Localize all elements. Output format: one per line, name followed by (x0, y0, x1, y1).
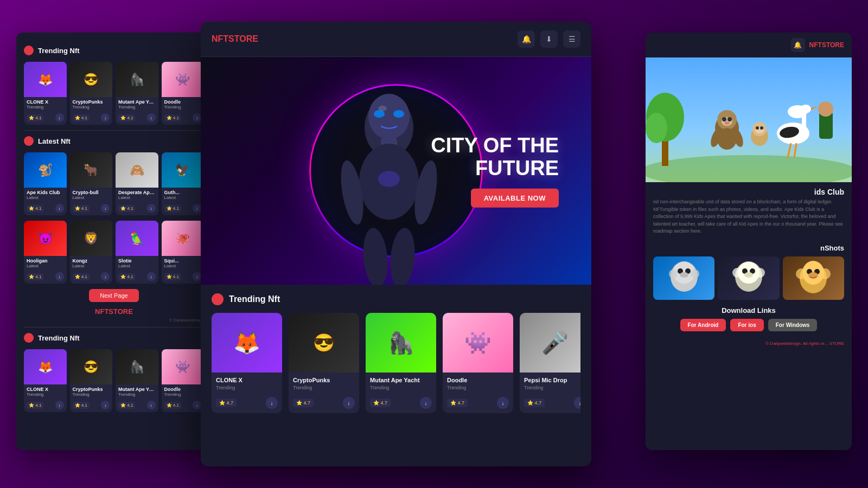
svg-point-7 (388, 227, 417, 285)
svg-point-6 (361, 227, 390, 285)
svg-point-45 (680, 272, 688, 278)
r-screenshots-title: nShots (646, 241, 852, 256)
center-panel: NFTSTORE 🔔 ⬇ ☰ (201, 22, 591, 466)
trending2-section-header: Trending Nft (24, 333, 204, 343)
list-item: 👾 DoodleTrending ⭐ 4.1↓ (162, 62, 205, 125)
list-item: 🦊 CLONE XTrending ⭐ 4.1↓ (24, 62, 67, 125)
list-item: 🦊 CLONE X Trending ⭐ 4.7 ↓ (212, 313, 282, 413)
trending-dot (24, 46, 34, 55)
list-item: 🎤 Pepsi Mic Drop Trending ⭐ 4.7 ↓ (520, 313, 580, 413)
r-collection-title: ids Club (646, 182, 852, 198)
list-item: 🦊 CLONE XTrending ⭐ 4.1↓ (24, 349, 67, 412)
latest-section-header: Latest Nft (24, 136, 204, 146)
r-brand: NFTSTORE (809, 41, 844, 49)
download-button[interactable]: ⬇ (540, 30, 558, 48)
svg-point-54 (755, 268, 765, 278)
latest-dot (24, 136, 34, 146)
trending-grid: 🦊 CLONE XTrending ⭐ 4.1↓ 😎 CryptoPunksTr… (24, 62, 204, 125)
right-hero-svg (646, 57, 852, 182)
r-notification-icon[interactable]: 🔔 (791, 38, 805, 52)
latest-grid-row1: 🐒 Ape Kids ClubLatest ⭐ 4.1↓ 🐂 Crypto-bu… (24, 152, 204, 215)
next-page-button[interactable]: Next Page (89, 289, 138, 302)
list-item: 🐙 Squi...Latest ⭐ 4.1↓ (162, 221, 205, 284)
topbar-icons: 🔔 ⬇ ☰ (518, 30, 580, 48)
svg-point-47 (691, 269, 699, 278)
list-item: 😎 CryptoPunksTrending ⭐ 4.1↓ (70, 349, 113, 412)
screenshot-item (718, 256, 779, 300)
right-hero-image (646, 57, 852, 182)
hero-banner: CITY OF THE FUTURE AVAILABLE NOW (201, 57, 591, 285)
trending-title: Trending Nft (38, 47, 80, 55)
svg-point-8 (374, 110, 385, 118)
svg-point-11 (378, 106, 387, 111)
svg-point-46 (669, 269, 678, 278)
list-item: 🐒 Ape Kids ClubLatest ⭐ 4.1↓ (24, 152, 67, 215)
list-item: 👾 DoodleTrending ⭐ 4.1↓ (162, 349, 205, 412)
screenshot-item (653, 256, 714, 300)
list-item: 🦍 Mutant Ape YachtTrending ⭐ 4.1↓ (116, 349, 158, 412)
android-download-button[interactable]: For Android (680, 319, 726, 331)
latest-grid-row2: 😈 HooliganLatest ⭐ 4.1↓ 🦁 KongzLatest ⭐ … (24, 221, 204, 284)
svg-point-53 (732, 268, 742, 278)
svg-point-9 (393, 110, 404, 118)
list-item: 🦍 Mutant Ape YachtTrending ⭐ 4.1↓ (116, 62, 158, 125)
svg-point-1 (368, 94, 410, 139)
list-item: 🦜 SlotieLatest ⭐ 4.1↓ (116, 221, 158, 284)
svg-point-38 (760, 126, 763, 130)
trending-section: Trending Nft 🦊 CLONE X Trending ⭐ 4.7 ↓ … (201, 285, 591, 422)
svg-point-60 (796, 268, 807, 279)
hero-text-area: CITY OF THE FUTURE AVAILABLE NOW (431, 134, 559, 208)
trending-section-title: Trending Nft (229, 294, 280, 304)
trending2-grid: 🦊 CLONE XTrending ⭐ 4.1↓ 😎 CryptoPunksTr… (24, 349, 204, 412)
svg-point-52 (744, 272, 753, 278)
available-now-button[interactable]: AVAILABLE NOW (471, 188, 559, 207)
brand-logo-small: NFTSTORE (24, 307, 204, 316)
list-item: 😎 CryptoPunks Trending ⭐ 4.7 ↓ (289, 313, 359, 413)
r-screenshots-grid (646, 256, 852, 306)
center-topbar: NFTSTORE 🔔 ⬇ ☰ (201, 22, 591, 57)
svg-point-37 (756, 126, 759, 130)
r-collection-desc: nd non-interchangeable unit of data stor… (646, 198, 852, 241)
list-item: 🦍 Mutant Ape Yacht Trending ⭐ 4.7 ↓ (366, 313, 436, 413)
svg-point-18 (800, 105, 811, 113)
trending2-title: Trending Nft (38, 334, 80, 342)
right-footer: © Dailywebdesign. All rights re... STORE (646, 338, 852, 349)
list-item: 😈 HooliganLatest ⭐ 4.1↓ (24, 221, 67, 284)
download-buttons: For Android For ios For Windows (646, 319, 852, 338)
list-item: 😎 CryptoPunksTrending ⭐ 4.1↓ (70, 62, 113, 125)
trending2-dot (24, 333, 34, 343)
left-panel: Trending Nft 🦊 CLONE XTrending ⭐ 4.1↓ 😎 … (16, 33, 212, 450)
copyright-small: © Dailywebdesign (24, 318, 204, 323)
menu-button[interactable]: ☰ (563, 30, 580, 48)
hero-title: CITY OF THE FUTURE (431, 134, 559, 180)
right-topbar: 🔔 NFTSTORE (646, 33, 852, 57)
list-item: 🙈 Desperate ApeWifeLatest ⭐ 4.1↓ (116, 152, 158, 215)
list-item: 👾 Doodle Trending ⭐ 4.7 ↓ (443, 313, 513, 413)
trending-section-header: Trending Nft (24, 46, 204, 55)
svg-point-61 (820, 268, 831, 279)
svg-point-30 (724, 121, 730, 125)
download-title: Download Links (646, 306, 852, 314)
svg-point-62 (807, 287, 820, 291)
right-panel: 🔔 NFTSTORE (646, 33, 852, 450)
center-brand: NFTSTORE (212, 34, 258, 44)
windows-download-button[interactable]: For Windows (768, 319, 818, 331)
trending-dot (212, 293, 224, 305)
list-item: 🐂 Crypto-bullLatest ⭐ 4.1↓ (70, 152, 113, 215)
trending-section-header: Trending Nft (212, 293, 580, 305)
svg-point-40 (818, 101, 833, 117)
notification-button[interactable]: 🔔 (518, 30, 535, 48)
list-item: 🦅 Guth...Latest ⭐ 4.1↓ (162, 152, 205, 215)
latest-title: Latest Nft (38, 137, 71, 145)
svg-point-28 (722, 117, 726, 121)
trending-cards-row: 🦊 CLONE X Trending ⭐ 4.7 ↓ 😎 CryptoPunks… (212, 313, 580, 413)
svg-point-16 (646, 113, 667, 143)
list-item: 🦁 KongzLatest ⭐ 4.1↓ (70, 221, 113, 284)
ios-download-button[interactable]: For ios (730, 319, 763, 331)
svg-point-10 (378, 171, 400, 187)
svg-point-29 (727, 117, 732, 121)
screenshot-item (783, 256, 844, 300)
